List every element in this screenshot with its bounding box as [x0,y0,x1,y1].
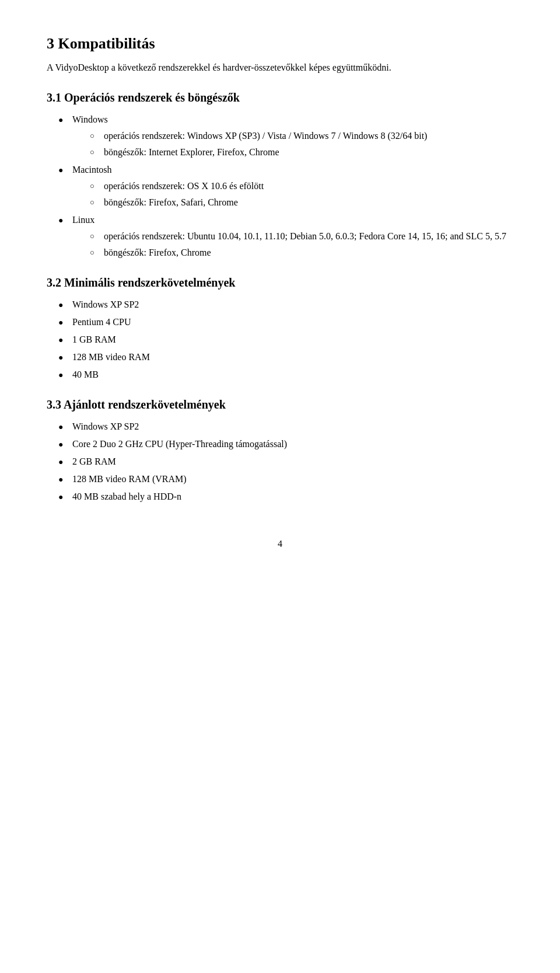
list-item-label: Core 2 Duo 2 GHz CPU (Hyper-Threading tá… [72,439,287,449]
list-item: Core 2 Duo 2 GHz CPU (Hyper-Threading tá… [58,437,513,451]
list-item: 2 GB RAM [58,455,513,469]
list-item-label: 40 MB [72,369,99,379]
sublist-item: operációs rendszerek: Ubuntu 10.04, 10.1… [90,229,513,243]
list-item-label: 128 MB video RAM [72,352,150,362]
list-item: Windowsoperációs rendszerek: Windows XP … [58,113,513,159]
list-item-label: 1 GB RAM [72,334,116,344]
list-item: Windows XP SP2 [58,420,513,434]
list-item-label: 2 GB RAM [72,456,116,466]
sublist-item: böngészők: Firefox, Chrome [90,246,513,260]
sublist: operációs rendszerek: Ubuntu 10.04, 10.1… [72,229,513,260]
sublist: operációs rendszerek: Windows XP (SP3) /… [72,129,513,159]
list-item: 1 GB RAM [58,333,513,347]
list-item-label: 128 MB video RAM (VRAM) [72,474,187,484]
sublist-item: operációs rendszerek: Windows XP (SP3) /… [90,129,513,143]
chapter-title: 3 Kompatibilitás [47,35,513,53]
page-number: 4 [47,539,513,549]
list-3-3: Windows XP SP2Core 2 Duo 2 GHz CPU (Hype… [47,420,513,504]
list-item: Linuxoperációs rendszerek: Ubuntu 10.04,… [58,213,513,260]
sublist-item: böngészők: Internet Explorer, Firefox, C… [90,145,513,159]
list-item-label: Linux [72,215,94,225]
list-item: Macintoshoperációs rendszerek: OS X 10.6… [58,163,513,210]
list-item: 40 MB szabad hely a HDD-n [58,490,513,504]
list-item: Windows XP SP2 [58,298,513,312]
list-item-label: 40 MB szabad hely a HDD-n [72,491,181,501]
list-item-label: Windows [72,114,108,124]
section-title-3-1: 3.1 Operációs rendszerek és böngészők [47,91,513,104]
list-item: 128 MB video RAM (VRAM) [58,472,513,486]
list-3-1: Windowsoperációs rendszerek: Windows XP … [47,113,513,260]
sublist-item: operációs rendszerek: OS X 10.6 és efölö… [90,179,513,193]
list-item-label: Macintosh [72,165,112,175]
section-title-3-3: 3.3 Ajánlott rendszerkövetelmények [47,398,513,411]
list-item: 40 MB [58,368,513,382]
sublist-item: böngészők: Firefox, Safari, Chrome [90,196,513,210]
section-title-3-2: 3.2 Minimális rendszerkövetelmények [47,276,513,290]
list-item: Pentium 4 CPU [58,315,513,329]
sections-container: 3.1 Operációs rendszerek és böngészőkWin… [47,91,513,504]
list-item-label: Windows XP SP2 [72,299,139,309]
list-item: 128 MB video RAM [58,350,513,364]
sublist: operációs rendszerek: OS X 10.6 és efölö… [72,179,513,210]
list-item-label: Pentium 4 CPU [72,317,131,327]
list-3-2: Windows XP SP2Pentium 4 CPU1 GB RAM128 M… [47,298,513,382]
intro-text: A VidyoDesktop a következő rendszerekkel… [47,61,513,75]
list-item-label: Windows XP SP2 [72,421,139,431]
